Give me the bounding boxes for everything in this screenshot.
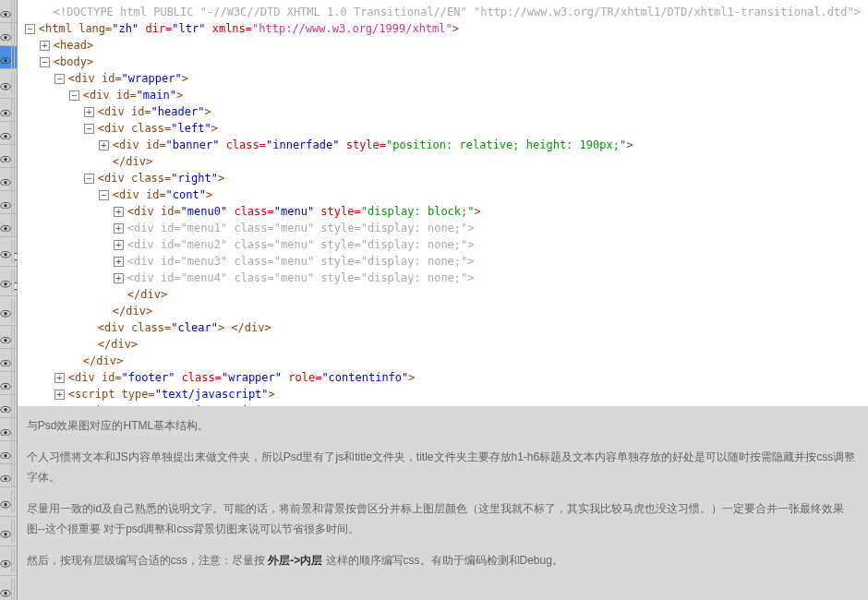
layer-row[interactable]: shadow [0,296,17,326]
code-line[interactable]: −<div class="right"> [25,170,861,186]
code-line[interactable]: +<head> [25,37,861,54]
visibility-toggle[interactable] [0,270,12,293]
visibility-toggle[interactable] [0,72,12,95]
code-line[interactable]: −<html lang="zh" dir="ltr" xmlns="http:/… [25,20,861,37]
eye-icon [0,528,11,535]
visibility-toggle[interactable] [0,0,12,23]
visibility-toggle[interactable] [0,372,12,395]
code-line[interactable]: </div> [25,353,861,369]
expand-icon[interactable]: + [114,257,124,267]
visibility-toggle[interactable] [0,418,12,441]
collapse-icon[interactable]: − [69,90,79,101]
visibility-toggle[interactable] [0,168,12,191]
code-line[interactable]: </div> [25,153,861,170]
layer-row[interactable]: #wrapper [0,168,17,191]
layer-row[interactable]: js前景 [0,395,17,418]
visibility-toggle[interactable] [0,395,12,418]
code-line[interactable]: −<div id="cont"> [25,186,861,203]
visibility-toggle[interactable] [0,349,12,372]
visibility-toggle[interactable] [0,299,12,322]
visibility-toggle[interactable] [0,99,12,122]
layer-row[interactable]: 效果图合并 [0,0,17,23]
visibility-toggle[interactable] [0,145,12,168]
eye-icon [0,333,11,341]
layer-row[interactable]: html [0,576,17,600]
code-line[interactable]: +<div id="footer" class="wrapper" role="… [25,369,861,386]
code-line[interactable]: <div class="clear"> </div> [25,319,861,336]
layer-row[interactable]: left [0,349,17,372]
layer-row[interactable]: #banner-padding [0,464,17,487]
collapse-icon[interactable]: − [99,190,109,200]
collapse-icon[interactable]: − [84,124,94,134]
code-line[interactable]: +<div id="header"> [25,103,861,120]
layer-row[interactable]: #banner [0,372,17,395]
svg-point-50 [4,431,6,434]
code-line[interactable]: −<div id="wrapper"> [25,70,861,87]
visibility-toggle[interactable] [0,579,12,600]
eye-icon [0,30,11,38]
visibility-toggle[interactable] [0,520,12,543]
code-line[interactable]: +<div id="menu2" class="menu" style="dis… [25,236,861,253]
collapse-icon[interactable]: − [25,24,35,34]
layer-row[interactable]: #right [0,191,17,214]
expand-icon[interactable]: + [114,207,124,217]
code-line[interactable]: </div> [25,286,861,303]
layer-row[interactable]: .content [0,46,17,69]
layers-panel[interactable]: 效果图合并js.contentT!1版块，对不起。2版块，...title#to… [0,0,18,600]
svg-point-34 [4,282,6,285]
layer-row[interactable]: #top [0,122,17,145]
layer-row[interactable]: #top [0,326,17,349]
eye-icon [0,558,11,565]
layer-row[interactable]: body [0,546,17,576]
visibility-toggle[interactable] [0,326,12,349]
visibility-toggle[interactable] [0,23,12,46]
code-line[interactable]: −<div id="main"> [25,87,861,103]
code-line[interactable]: −<div class="left"> [25,120,861,137]
layer-row[interactable]: bg [0,517,17,546]
layer-row[interactable]: bg [0,487,17,517]
eye-icon [0,472,11,479]
code-line[interactable]: <!DOCTYPE html PUBLIC "-//W3C//DTD XHTML… [25,4,861,20]
expand-icon[interactable]: + [84,107,94,117]
code-line[interactable]: </div> [25,303,861,319]
expand-icon[interactable]: + [114,223,124,234]
layer-row[interactable]: bg [0,267,17,296]
expand-icon[interactable]: + [114,240,124,250]
code-line[interactable]: +<div id="banner" class="innerfade" styl… [25,137,861,153]
layer-row[interactable]: js img [0,418,17,441]
visibility-toggle[interactable] [0,441,12,464]
collapse-icon[interactable]: − [40,57,50,67]
layer-row[interactable]: T!1版块，对不起。2版块，... [0,69,17,99]
layer-row[interactable]: #right [0,145,17,168]
visibility-toggle[interactable] [0,240,12,263]
code-line[interactable]: +<script type="text/javascript"> [25,386,861,402]
visibility-toggle[interactable] [0,464,12,487]
layer-row[interactable]: js [0,23,17,46]
code-line[interactable]: −<body> [25,54,861,70]
layer-row[interactable]: bg [0,237,17,267]
layer-row[interactable]: #cont [0,214,17,237]
collapse-icon[interactable]: − [54,74,65,84]
code-line[interactable]: +<div id="menu4" class="menu" style="dis… [25,270,861,286]
code-line[interactable]: +<div id="menu0" class="menu" style="dis… [25,203,861,220]
expand-icon[interactable]: + [40,41,50,51]
visibility-toggle[interactable] [0,122,12,145]
visibility-toggle[interactable] [0,214,12,237]
visibility-toggle[interactable] [0,191,12,214]
visibility-toggle[interactable] [0,490,12,513]
code-view[interactable]: <!DOCTYPE html PUBLIC "-//W3C//DTD XHTML… [18,0,868,406]
svg-point-38 [4,339,6,342]
code-line[interactable]: +<div id="menu3" class="menu" style="dis… [25,253,861,270]
layer-row[interactable]: js背景 [0,441,17,464]
expand-icon[interactable]: + [114,273,124,283]
collapse-icon[interactable]: − [84,174,94,184]
code-line[interactable]: </div> [25,336,861,353]
expand-icon[interactable]: + [54,390,65,400]
visibility-toggle[interactable] [0,549,12,572]
eye-icon [0,587,11,594]
expand-icon[interactable]: + [99,140,109,150]
visibility-toggle[interactable] [0,46,12,69]
layer-row[interactable]: title [0,99,17,122]
expand-icon[interactable]: + [54,373,65,383]
code-line[interactable]: +<div id="menu1" class="menu" style="dis… [25,220,861,236]
